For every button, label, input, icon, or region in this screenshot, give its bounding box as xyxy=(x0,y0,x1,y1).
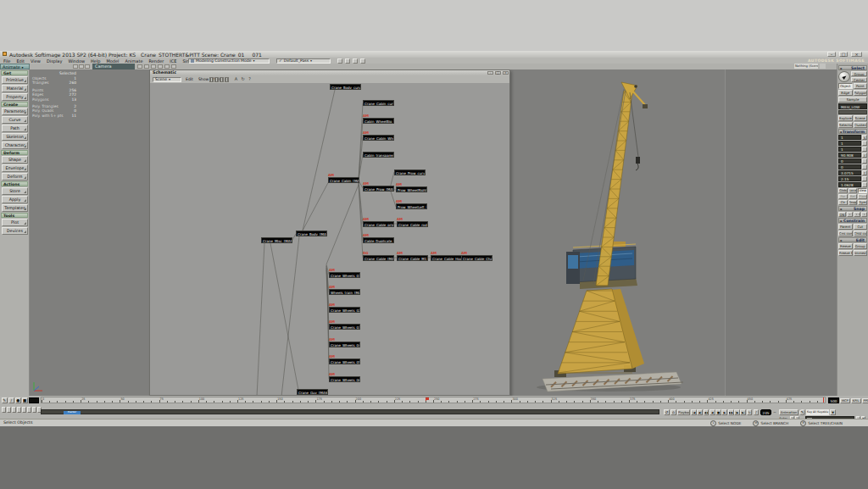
axis-lock-icon[interactable] xyxy=(862,141,867,146)
select-filter-object[interactable]: Object xyxy=(838,83,853,89)
keying-group-combo[interactable]: Key All Keyable xyxy=(806,409,829,415)
toolbar-button-store[interactable]: Store xyxy=(2,187,28,195)
menu-item-help[interactable]: Help xyxy=(91,58,100,64)
view-eye-icon[interactable] xyxy=(85,64,90,69)
select-tool-scene[interactable]: Scene xyxy=(854,115,868,121)
schematic-node-crane-wheels-04-masi-low-[interactable]: Crane_Wheels_04_[MASI_LOW] xyxy=(329,342,360,347)
loop-icon[interactable]: ↺ xyxy=(664,409,670,415)
edit-freeze-m[interactable]: Freeze M xyxy=(838,250,853,256)
scene-status-box[interactable]: Nothing (Scene) xyxy=(794,64,818,69)
current-frame-field[interactable]: 245 xyxy=(760,409,771,415)
sample-button[interactable]: Sample xyxy=(838,97,867,103)
goto-start-icon[interactable]: ⌂ xyxy=(670,409,676,415)
toolbar-button-plot[interactable]: Plot xyxy=(2,219,28,226)
toolbar-button-devices[interactable]: Devices xyxy=(2,227,28,235)
fast-rewind-icon[interactable]: ◀◀ xyxy=(704,409,709,415)
schematic-node-crane-wheels-05-masi-low-[interactable]: Crane_Wheels_05_[MASI_LOW] xyxy=(329,358,360,364)
schematic-node-wheels-train-masi-low-[interactable]: Wheels_train_[MASI_LOW] xyxy=(329,289,360,295)
transform-mode-plane[interactable]: Plane xyxy=(858,194,867,199)
audio-icon[interactable]: ♪ xyxy=(754,409,759,415)
schematic-node-prow-wheelleft-masi-low-[interactable]: Prow_WheelLeft_[MASI_LOW] xyxy=(396,203,427,209)
node-layout-icon-4[interactable] xyxy=(225,77,229,82)
panel-toggle-mcp[interactable]: MCP xyxy=(840,398,850,403)
camera-view-combo[interactable]: Camera xyxy=(92,64,135,69)
layout-icon-4[interactable] xyxy=(22,407,26,413)
schematic-menu-show[interactable]: Show xyxy=(198,77,209,81)
refresh-view-icon[interactable]: ↻ xyxy=(240,76,246,82)
layout-icon-1[interactable] xyxy=(7,407,11,413)
transform-field-3[interactable]: 90.908 xyxy=(838,153,861,158)
transform-mode-global[interactable]: Global xyxy=(838,188,848,193)
shaded-icon[interactable] xyxy=(144,64,149,69)
toolbar-selector[interactable]: Animate ▾ xyxy=(0,64,30,69)
schematic-node-crane-cable-hook-masi-low-[interactable]: Crane_Cable_Hook_[MASI_LOW] xyxy=(431,255,462,261)
menu-item-render[interactable]: Render xyxy=(148,58,164,64)
crane-model[interactable] xyxy=(509,72,729,396)
schematic-node-crane-cable-chain-masi-low-[interactable]: Crane_Cable_Chain_[MASI_LOW] xyxy=(461,255,492,261)
schematic-node-crane-cable-masi-low-[interactable]: Crane_Cable_[MASI_LOW] xyxy=(363,255,394,261)
menu-item-display[interactable]: Display xyxy=(47,58,62,64)
schematic-node-prow-wheelright-masi-low-[interactable]: Prow_WheelRight_[MASI_LOW] xyxy=(396,186,427,192)
end-frame-field[interactable]: 500 xyxy=(828,397,839,403)
playback-range-bar[interactable]: Marker xyxy=(41,409,659,414)
schematic-close-icon[interactable]: × xyxy=(503,71,509,75)
select-tool-button[interactable] xyxy=(838,71,850,82)
prev-key-icon[interactable]: ◀| xyxy=(697,409,703,415)
timeline-marker-chip[interactable]: Marker xyxy=(64,411,81,414)
toolbar-button-templates[interactable]: Templates xyxy=(2,204,28,212)
transform-field-1[interactable]: 1 xyxy=(838,141,861,146)
toolbar-button-primitive[interactable]: Primitive xyxy=(2,76,28,84)
toolbar-button-skeleton[interactable]: Skeleton xyxy=(2,133,28,141)
box-icon[interactable]: ■ xyxy=(22,397,28,403)
snap-on-toggle[interactable]: ON xyxy=(838,212,846,217)
axis-lock-icon[interactable] xyxy=(862,158,867,164)
schematic-node-crane-cable-pris-masi-low-[interactable]: Crane_Cable_pris_[MASI_LOW] xyxy=(363,221,394,227)
toolbar-button-path[interactable]: Path xyxy=(2,125,28,132)
select-all-icon[interactable]: A xyxy=(233,76,239,82)
orbit-icon[interactable] xyxy=(164,64,170,69)
playback-menu-button[interactable]: Playback xyxy=(677,409,690,415)
edit-group[interactable]: Group xyxy=(854,243,868,249)
transform-field-2[interactable]: 1 xyxy=(838,147,861,152)
toolbar-button-material[interactable]: Material xyxy=(2,85,28,92)
schematic-window[interactable]: Schematic – □ × Scene▾ EditShowView A ↻ … xyxy=(149,69,510,396)
transform-field-7[interactable]: 2.15 xyxy=(838,176,861,181)
constrain-parent[interactable]: Parent xyxy=(838,224,853,230)
help-icon[interactable]: ? xyxy=(247,76,253,82)
menu-item-animate[interactable]: Animate xyxy=(125,58,143,64)
constrain-cut[interactable]: Cut xyxy=(854,224,868,230)
snap-grid-icon[interactable] xyxy=(861,212,867,217)
transform-letter-r[interactable]: r xyxy=(862,153,867,158)
schematic-minimize-icon[interactable]: – xyxy=(487,71,493,75)
grid-icon[interactable] xyxy=(151,64,156,69)
layout-icon-2[interactable] xyxy=(12,407,16,413)
axis-lock-icon[interactable] xyxy=(862,176,867,181)
select-center-button[interactable]: Center xyxy=(851,77,867,82)
menu-item-window[interactable]: Window xyxy=(68,58,85,64)
select-filter-edge[interactable]: Edge xyxy=(838,90,853,96)
schematic-node-crane-cable-m1-masi-low-[interactable]: Crane_Cable_M1_[MASI_LOW] xyxy=(397,255,428,261)
select-filter-polygon[interactable]: Polygon xyxy=(854,90,868,96)
schematic-node-crane-prow-curva-masi-low-[interactable]: Crane_Prow_curva_[MASI_LOW] xyxy=(394,169,426,175)
layout-icon-6[interactable] xyxy=(32,407,36,413)
snap-midpoint-icon[interactable] xyxy=(854,212,860,217)
selection-scrollbar[interactable] xyxy=(838,110,867,114)
redo-icon[interactable] xyxy=(360,58,365,64)
maximize-button[interactable]: □ xyxy=(839,52,848,57)
transform-field-6[interactable]: 3.0715 xyxy=(838,170,861,175)
transform-field-0[interactable]: 1 xyxy=(838,135,861,140)
schematic-node-cabin-transparencia-masi-low-[interactable]: Cabin_transparencia_[MASI_LOW] xyxy=(363,152,394,158)
schematic-menu-edit[interactable]: Edit xyxy=(186,77,193,81)
schematic-node-crane-body-curva-masi-low-[interactable]: Crane_Body_curva_[MASI_LOW] xyxy=(330,84,361,90)
schematic-node-crane-cabin-masi-low-[interactable]: Crane_Cabin_[MASI_LOW] xyxy=(328,177,359,183)
undo-icon[interactable] xyxy=(353,58,358,64)
refresh-icon[interactable] xyxy=(337,58,342,64)
pan-icon[interactable] xyxy=(158,64,163,69)
edit-immed[interactable]: Immed xyxy=(854,250,868,256)
minimize-button[interactable]: – xyxy=(827,52,836,57)
schematic-node-cable-duplicate-masi-low-[interactable]: Cable_Duplicate_[MASI_LOW] xyxy=(363,237,394,243)
toolbar-button-property[interactable]: Property xyxy=(2,93,28,101)
transform-field-4[interactable]: 0 xyxy=(838,158,861,164)
schematic-canvas[interactable]: Crane_Body_curva_[MASI_LOW]Crane_Cabin_c… xyxy=(150,83,509,395)
schematic-maximize-icon[interactable]: □ xyxy=(495,71,501,75)
